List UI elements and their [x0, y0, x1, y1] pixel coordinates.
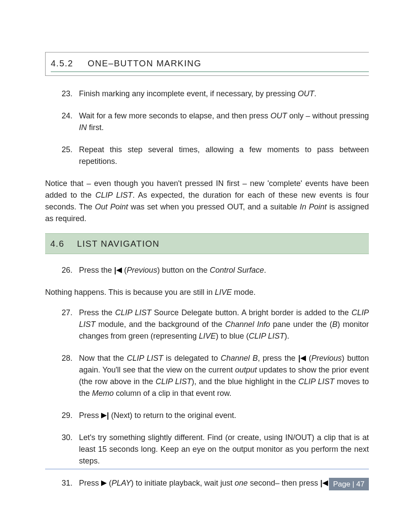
term: LIVE: [199, 332, 216, 340]
step-number: 29.: [62, 410, 72, 421]
heading-number: 4.6: [50, 239, 64, 248]
step-text: .: [264, 266, 266, 274]
step-text: pane under the (: [270, 320, 332, 329]
list-item: 25. Repeat this step several times, allo…: [62, 144, 369, 167]
step-text: ) button on the: [157, 266, 210, 274]
step-number: 30.: [62, 432, 72, 444]
step-text: (: [122, 266, 127, 274]
step-text: ), and the blue highlight in the: [192, 377, 299, 386]
step-text: first.: [87, 123, 104, 132]
term: B: [332, 320, 337, 329]
step-number: 26.: [62, 264, 72, 276]
term: OUT: [270, 111, 287, 120]
step-text: ).: [285, 332, 289, 340]
footer-rule: [45, 469, 369, 469]
steps-list-a: 23. Finish marking any incomplete event,…: [62, 88, 369, 167]
step-text: only – without pressing: [287, 111, 369, 120]
step-text: .: [314, 89, 316, 98]
step-text: Let's try something slightly different. …: [79, 433, 369, 465]
page-content: 4.5.2 ONE–BUTTON MARKING 23. Finish mark…: [0, 0, 414, 489]
term: In Point: [300, 202, 327, 211]
heading-inner: 4.5.2 ONE–BUTTON MARKING: [51, 57, 369, 72]
term: LIVE: [215, 288, 232, 297]
step-text: Finish marking any incomplete event, if …: [79, 89, 298, 98]
step-text: Press the: [79, 308, 115, 317]
step-text: is delegated to: [163, 354, 221, 362]
term: IN: [79, 123, 87, 132]
term: CLIP LIST: [156, 377, 192, 386]
term: OUT: [298, 89, 314, 98]
term: Out Point: [95, 202, 128, 211]
step-text: Repeat this step several times, allowing…: [79, 145, 369, 166]
heading-title: LIST NAVIGATION: [77, 239, 159, 248]
list-item: 24. Wait for a few more seconds to elaps…: [62, 110, 369, 134]
svg-marker-1: [300, 356, 306, 361]
term: Previous: [127, 266, 157, 274]
step-text: (Next) to return to the original event.: [109, 411, 236, 420]
svg-marker-2: [101, 413, 107, 418]
left-triangle-icon: [300, 356, 306, 361]
page-number-badge: Page | 47: [329, 478, 369, 491]
step-text: Now that the: [79, 354, 127, 362]
term: CLIP LIST: [249, 332, 284, 340]
term: Channel B: [221, 354, 258, 362]
step-number: 23.: [62, 88, 72, 100]
step-text: Wait for a few more seconds to elapse, a…: [79, 111, 270, 120]
text: Nothing happens. This is because you are…: [45, 288, 215, 297]
text: mode.: [232, 288, 256, 297]
heading-number: 4.5.2: [51, 59, 73, 68]
step-number: 25.: [62, 144, 72, 156]
step-text: Source Delegate button. A bright border …: [151, 308, 352, 317]
step-number: 24.: [62, 110, 72, 122]
list-item: 27. Press the CLIP LIST Source Delegate …: [62, 307, 369, 342]
step-text: , press the: [258, 354, 298, 362]
step-text: column of a clip in that event row.: [114, 389, 231, 398]
term: Memo: [92, 389, 114, 398]
heading-title: ONE–BUTTON MARKING: [88, 59, 201, 68]
step-number: 27.: [62, 307, 72, 319]
step-text: Press: [79, 411, 101, 420]
step-number: 28.: [62, 352, 72, 364]
steps-list-b: 26. Press the | (Previous) button on the…: [62, 264, 369, 276]
term: output: [235, 366, 257, 374]
steps-list-c: 27. Press the CLIP LIST Source Delegate …: [62, 307, 369, 489]
step-text: ) to blue (: [216, 332, 249, 340]
heading-4-5-2: 4.5.2 ONE–BUTTON MARKING: [45, 52, 369, 76]
heading-4-6: 4.6 LIST NAVIGATION: [45, 233, 369, 254]
term: Channel Info: [225, 320, 270, 329]
term: Previous: [312, 354, 342, 362]
list-item: 28. Now that the CLIP LIST is delegated …: [62, 352, 369, 399]
svg-marker-0: [116, 268, 122, 273]
term: CLIP LIST: [127, 354, 163, 362]
term: CLIP LIST: [95, 191, 133, 199]
step-text: module, and the background of the: [95, 320, 225, 329]
text: was set when you pressed OUT, and a suit…: [128, 202, 300, 211]
step-text: Press the: [79, 266, 114, 274]
list-item: 29. Press | (Next) to return to the orig…: [62, 410, 369, 421]
paragraph: Notice that – even though you haven't pr…: [45, 178, 369, 225]
term: CLIP LIST: [299, 377, 335, 386]
left-triangle-icon: [116, 268, 122, 273]
list-item: 30. Let's try something slightly differe…: [62, 432, 369, 467]
term: Control Surface: [210, 266, 264, 274]
list-item: 26. Press the | (Previous) button on the…: [62, 264, 369, 276]
page-footer: Page | 47: [45, 469, 369, 491]
right-triangle-icon: [101, 413, 107, 418]
list-item: 23. Finish marking any incomplete event,…: [62, 88, 369, 100]
step-text: (: [306, 354, 311, 362]
term: CLIP LIST: [115, 308, 151, 317]
paragraph: Nothing happens. This is because you are…: [45, 287, 369, 298]
